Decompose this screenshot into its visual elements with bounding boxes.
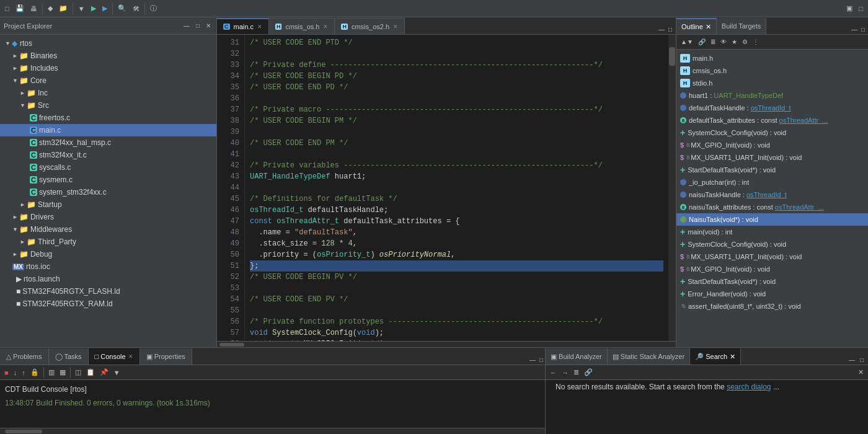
outline-sysclock[interactable]: + SystemClock_Config(void) : void [676,126,868,139]
outline-huart1[interactable]: huart1 : UART_HandleTypeDef [676,89,868,102]
outline-dots-btn[interactable]: ⋮ [751,38,761,46]
tree-item-it[interactable]: C stm32f4xx_it.c [0,149,216,161]
toolbar-menu-file[interactable]: □ [2,4,12,14]
tree-item-includes[interactable]: ► 📁 Includes [0,62,216,74]
tree-item-ram-ld[interactable]: ■ STM32F405RGTX_RAM.ld [0,298,216,310]
search-cancel-btn[interactable]: ✕ [856,368,866,377]
bottom-right-minimize[interactable]: — [847,355,857,365]
search-prev-btn[interactable]: ← [548,368,559,377]
bottom-tab-problems[interactable]: △ Problems [0,348,49,365]
outline-maximize-btn[interactable]: □ [859,25,867,34]
tree-item-hal-msp[interactable]: C stm32f4xx_hal_msp.c [0,136,216,149]
bottom-right-maximize[interactable]: □ [858,355,866,365]
bottom-tab-build-analyzer[interactable]: ▣ Build Analyzer [546,348,608,365]
outline-main[interactable]: + main(void) : int [676,226,868,238]
tree-item-inc[interactable]: ► 📁 Inc [0,87,216,99]
tab-cmsis-os-h[interactable]: H cmsis_os.h ✕ [269,18,335,34]
tab-cmsis-os-close[interactable]: ✕ [323,24,328,30]
toolbar-build[interactable]: ▼ [76,4,87,14]
tab-cmsis-os2-h[interactable]: H cmsis_os2.h ✕ [335,18,405,34]
toolbar-save[interactable]: 💾 [13,3,27,14]
outline-sysclock-2[interactable]: + SystemClock_Config(void) : void [676,238,868,250]
bottom-left-hscroll[interactable] [0,428,545,434]
outline-start-default-task-2[interactable]: + StartDefaultTask(void*) : void [676,275,868,288]
tab-outline[interactable]: Outline ✕ [676,18,717,34]
tree-item-binaries[interactable]: ► 📁 Binaries [0,50,216,62]
bottom-left-maximize[interactable]: □ [538,355,545,365]
toolbar-ref[interactable]: 🛠 [130,4,142,14]
tree-item-debug[interactable]: ► 📁 Debug [0,248,216,260]
outline-naisu-task-handle[interactable]: naisuTaskHandle : osThreadId_t [676,188,868,201]
console-up-btn[interactable]: ↑ [20,368,27,377]
toolbar-debug[interactable]: ▶ [100,3,110,14]
bottom-tab-tasks[interactable]: ◯ Tasks [49,348,89,365]
toolbar-info[interactable]: ⓘ [148,2,159,14]
pe-maximize-btn[interactable]: □ [194,21,202,30]
editor-scrollbar-h[interactable] [217,341,676,347]
bottom-tab-static-stack[interactable]: ▤ Static Stack Analyzer [608,348,690,365]
bottom-tab-properties[interactable]: ▣ Properties [140,348,192,365]
outline-cmsis-os-h[interactable]: H cmsis_os.h [676,64,868,77]
tree-item-syscalls[interactable]: C syscalls.c [0,161,216,174]
tree-item-sysmem[interactable]: C sysmem.c [0,174,216,186]
outline-star-btn[interactable]: ★ [730,38,739,46]
tree-item-freertos[interactable]: C freertos.c [0,112,216,124]
outline-start-default-task[interactable]: + StartDefaultTask(void*) : void [676,164,868,176]
outline-assert-failed[interactable]: ✎ assert_failed(uint8_t*, uint32_t) : vo… [676,300,868,312]
outline-collapse-btn[interactable]: ≣ [709,38,717,46]
tree-item-main-c[interactable]: C main.c [0,124,216,136]
toolbar-maximize[interactable]: □ [856,4,866,14]
tree-item-middlewares[interactable]: ▼ 📁 Middlewares [0,223,216,236]
search-expand-btn[interactable]: 🔗 [582,368,595,377]
tree-item-drivers[interactable]: ► 📁 Drivers [0,211,216,223]
tree-item-startup[interactable]: ► 📁 Startup [0,198,216,211]
tree-item-src[interactable]: ▼ 📁 Src [0,99,216,112]
console-grid-btn[interactable]: ▥ [46,368,56,377]
toolbar-perspective[interactable]: ▣ [844,3,855,14]
tab-outline-close[interactable]: ✕ [706,23,711,31]
search-dialog-link[interactable]: search dialog [727,383,771,391]
toolbar-new[interactable]: ◆ [45,3,55,14]
tab-main-c-close[interactable]: ✕ [257,24,262,30]
tree-item-third-party[interactable]: ► 📁 Third_Party [0,236,216,248]
outline-mx-usart1[interactable]: $ 8 MX_USART1_UART_Init(void) : void [676,151,868,164]
console-lock-btn[interactable]: 🔒 [29,368,41,377]
outline-link-btn[interactable]: 🔗 [696,38,707,46]
outline-stdio-h[interactable]: H stdio.h [676,77,868,89]
pe-minimize-btn[interactable]: — [182,21,192,30]
console-table-btn[interactable]: ▦ [58,368,68,377]
toolbar-open[interactable]: 📁 [56,3,70,14]
console-copy-btn[interactable]: 📋 [84,368,97,377]
outline-hide-btn[interactable]: 👁 [719,38,728,46]
outline-default-task-attr[interactable]: 8 defaultTask_attributes : const osThrea… [676,114,868,126]
tree-item-rtos[interactable]: ▼ ◆ rtos [0,37,216,50]
bottom-tab-console-close[interactable]: ✕ [128,353,133,360]
code-content[interactable]: /* USER CODE END PTD *//* Private define… [245,35,668,341]
editor-minimize-btn[interactable]: — [657,25,666,34]
outline-sort-btn[interactable]: ▲▼ [679,38,695,46]
editor-scrollbar-v[interactable] [668,35,676,341]
toolbar-print[interactable]: 🖶 [28,4,40,14]
tab-main-c[interactable]: C main.c ✕ [217,18,269,34]
outline-io-putchar[interactable]: _io_putchar(int) : int [676,176,868,188]
outline-error-handler[interactable]: + Error_Handler(void) : void [676,288,868,300]
outline-gear-btn[interactable]: ⚙ [740,38,750,46]
tree-item-flash-ld[interactable]: ■ STM32F405RGTX_FLASH.ld [0,285,216,298]
tree-item-system[interactable]: C system_stm32f4xx.c [0,186,216,198]
outline-main-h[interactable]: H main.h [676,52,868,64]
bottom-tab-console[interactable]: □ Console ✕ [89,348,140,365]
outline-mx-gpio-2[interactable]: $ 8 MX_GPIO_Init(void) : void [676,263,868,275]
outline-naisu-task-attr[interactable]: 8 naisuTask_attributes : const osThreadA… [676,201,868,213]
bottom-left-minimize[interactable]: — [528,355,538,365]
tab-cmsis-os2-close[interactable]: ✕ [393,24,398,30]
console-stop-btn[interactable]: ■ [2,368,11,377]
search-next-btn[interactable]: → [560,368,570,377]
console-pin-btn[interactable]: 📌 [98,368,110,377]
outline-default-task-handle[interactable]: defaultTaskHandle : osThreadId_t [676,102,868,114]
tree-item-rtos-ioc[interactable]: MX rtos.ioc [0,260,216,273]
bottom-tab-search-close[interactable]: ✕ [730,353,735,361]
tree-item-rtos-launch[interactable]: ▶ rtos.launch [0,273,216,285]
tab-build-targets[interactable]: Build Targets [717,18,766,34]
outline-minimize-btn[interactable]: — [849,25,859,34]
editor-maximize-btn[interactable]: □ [667,25,673,34]
